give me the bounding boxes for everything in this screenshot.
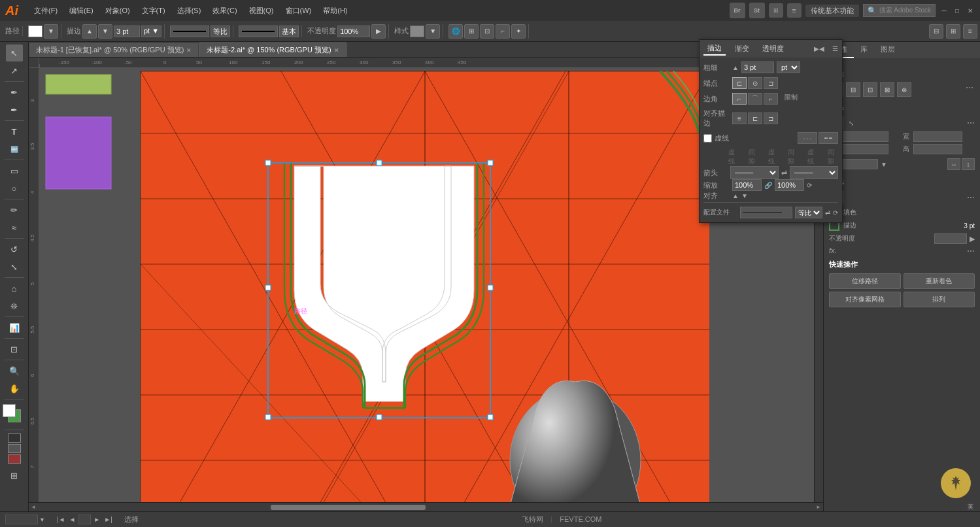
round-cap-icon[interactable]: ⊙	[748, 77, 762, 89]
type-tool[interactable]: T	[6, 123, 23, 140]
menu-effect[interactable]: 效果(C)	[207, 3, 242, 18]
page-number-input[interactable]: 1	[78, 515, 91, 524]
menu-object[interactable]: 对象(O)	[100, 3, 135, 18]
config-stroke-preview[interactable]	[740, 207, 792, 218]
appearance-more-icon[interactable]: ⋯	[967, 193, 975, 202]
page-next-button[interactable]: ►	[92, 516, 101, 523]
canvas-viewport[interactable]: 路径	[39, 68, 814, 502]
flip-v-icon[interactable]: ↕	[962, 158, 975, 170]
page-first-button[interactable]: |◄	[56, 516, 67, 523]
stroke-up-button[interactable]: ▲	[82, 24, 97, 39]
arrange-icon[interactable]: ≡	[787, 3, 802, 18]
minimize-button[interactable]: ─	[939, 6, 949, 15]
library-tab[interactable]: 库	[854, 42, 874, 58]
menu-file[interactable]: 文件(F)	[29, 3, 63, 18]
weight-input[interactable]	[741, 61, 774, 73]
style-options-button[interactable]: ▼	[426, 24, 440, 39]
hscroll-track[interactable]	[38, 505, 814, 510]
panels-toggle-2[interactable]: ⊞	[946, 24, 960, 39]
zoom-dropdown-arrow[interactable]: ▼	[39, 517, 45, 523]
workspace-selector[interactable]: 传统基本功能	[805, 5, 859, 17]
tab-document-1[interactable]: 未标题-1 [已恢复].ai* @ 50% (RGB/GPU 预览) ✕	[29, 42, 199, 57]
flip-h-icon[interactable]: ↔	[947, 158, 960, 170]
round-join-icon[interactable]: ⌒	[748, 93, 762, 105]
symbol-tool[interactable]: ❊	[6, 298, 23, 314]
stroke-unit-dropdown[interactable]: pt ▼	[141, 26, 161, 37]
fx-more-icon[interactable]: ⋯	[967, 246, 975, 256]
align2-down-icon[interactable]: ▼	[741, 192, 748, 199]
globe-icon[interactable]: 🌐	[448, 24, 463, 39]
stroke-width-input[interactable]	[114, 26, 140, 37]
outside-align-icon[interactable]: ⊐	[764, 112, 778, 124]
layers-tab[interactable]: 图层	[874, 42, 902, 58]
selection-tool[interactable]: ↖	[6, 44, 23, 61]
dashed-checkbox-input[interactable]	[703, 134, 712, 143]
transform-more-icon[interactable]: ⋯	[967, 118, 975, 128]
gradient-tab[interactable]: 渐变	[731, 42, 753, 55]
close-button[interactable]: ✕	[966, 6, 975, 15]
blend-tool[interactable]: ⌂	[6, 280, 23, 297]
zoom-tool[interactable]: 🔍	[6, 362, 23, 379]
w-input[interactable]: 133.333	[913, 131, 962, 142]
stroke-tab[interactable]: 描边	[703, 42, 726, 56]
pen-tool[interactable]: ✒	[6, 84, 23, 101]
normal-mode-button[interactable]	[8, 434, 21, 443]
x-input[interactable]: 66.667 p	[839, 131, 888, 142]
hand-tool[interactable]: ✋	[6, 380, 23, 397]
tab-1-close[interactable]: ✕	[186, 47, 192, 54]
move-path-button[interactable]: 位移路径	[829, 273, 901, 289]
puppet-icon[interactable]: ✦	[511, 24, 526, 39]
arrange-button[interactable]: 排列	[904, 292, 975, 307]
change-mode-button[interactable]: ⊞	[6, 467, 23, 484]
profile-dropdown[interactable]: 基本	[279, 26, 299, 37]
dashed-pattern-1[interactable]: - - -	[798, 132, 817, 144]
opacity-expand-arrow[interactable]: ▶	[970, 235, 975, 243]
style-swatch[interactable]	[410, 26, 424, 37]
fill-color-swatch[interactable]	[28, 26, 42, 37]
panels-toggle-1[interactable]: ⊟	[929, 24, 943, 39]
transparency-tab[interactable]: 透明度	[758, 42, 788, 55]
graph-tool[interactable]: 📊	[6, 319, 23, 336]
scale-input-1[interactable]	[732, 179, 762, 191]
arrow-start-select[interactable]: ────	[730, 166, 779, 179]
stroke-down-button[interactable]: ▼	[98, 24, 112, 39]
weight-unit-dropdown[interactable]: pt	[777, 61, 800, 73]
scale-link-icon[interactable]: 🔗	[764, 182, 772, 189]
path-more-icon[interactable]: ⋯	[964, 82, 975, 93]
angle-input[interactable]: 0°	[839, 159, 878, 169]
angle-dropdown[interactable]: ▼	[881, 161, 887, 168]
page-last-button[interactable]: ►|	[103, 516, 114, 523]
maximize-button[interactable]: □	[953, 6, 962, 15]
miter-join-icon[interactable]: ⌐	[732, 93, 747, 105]
menu-text[interactable]: 文字(T)	[137, 3, 171, 18]
arrow-swap-icon[interactable]: ⇌	[781, 169, 787, 177]
page-prev-button[interactable]: ◄	[67, 516, 76, 523]
path-icon-3[interactable]: ⊡	[863, 82, 877, 97]
center-align-icon[interactable]: ≡	[732, 112, 747, 124]
fill-options-button[interactable]: ▼	[44, 24, 58, 39]
grid-icon[interactable]: ⊞	[464, 24, 479, 39]
variable-width-dropdown[interactable]: 等比	[211, 26, 230, 37]
panel-menu-icon[interactable]: ☰	[832, 45, 838, 52]
stroke-profile-preview[interactable]	[239, 26, 278, 37]
rotate-tool[interactable]: ↺	[6, 241, 23, 258]
opacity-input[interactable]	[337, 26, 370, 37]
scale-sync-icon[interactable]: ⟳	[807, 182, 812, 189]
pencil-tool[interactable]: ✏	[6, 201, 23, 218]
path-icon-5[interactable]: ⊗	[897, 82, 911, 97]
recolor-button[interactable]: 重新着色	[904, 273, 975, 289]
transform-icon-2[interactable]: ⤡	[846, 118, 856, 128]
opacity-expand-button[interactable]: ▶	[371, 24, 386, 39]
horizontal-scrollbar[interactable]: ◄ ►	[29, 502, 823, 511]
panel-expand-icon[interactable]: ▶◀	[814, 45, 824, 52]
pixel-grid-button[interactable]: 对齐像素网格	[829, 292, 901, 307]
path-icon-4[interactable]: ⊠	[880, 82, 894, 97]
add-anchor-tool[interactable]: ✒	[6, 101, 23, 118]
align2-up-icon[interactable]: ▲	[732, 192, 739, 199]
menu-edit[interactable]: 编辑(E)	[64, 3, 99, 18]
config-profile-select[interactable]: 等比	[795, 207, 822, 218]
tab-2-close[interactable]: ✕	[334, 47, 339, 54]
y-input[interactable]: 495.393	[839, 144, 888, 154]
full-screen-mode-button[interactable]	[8, 454, 21, 464]
foreground-color-swatch[interactable]	[3, 404, 16, 417]
